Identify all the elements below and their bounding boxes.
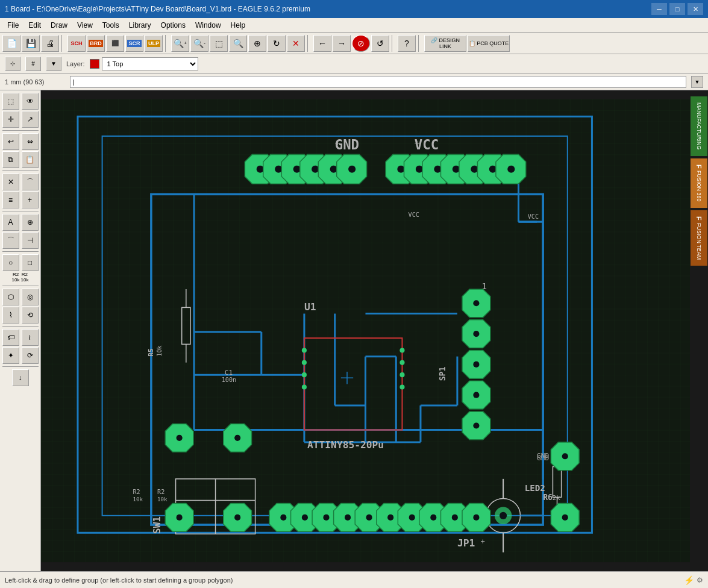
zoom-out-button[interactable]: 🔍- (190, 35, 208, 52)
stop-button[interactable]: ⊘ (352, 35, 370, 52)
pcb-canvas[interactable]: GND + VCC + GND VCC VCC (41, 90, 690, 571)
wire-button[interactable]: ⌒ (22, 174, 39, 190)
mirror-button[interactable]: ⇔ (22, 133, 39, 150)
svg-point-69 (399, 384, 404, 389)
svg-point-114 (177, 435, 183, 441)
undo-tool-button[interactable]: ↩ (2, 133, 19, 150)
save-button[interactable]: 💾 (22, 35, 40, 52)
svg-point-67 (399, 360, 404, 365)
u1-label: U1 (304, 301, 316, 313)
3d-button[interactable]: ⬛ (106, 35, 124, 52)
ulp-button[interactable]: ULP (145, 35, 163, 52)
menu-view[interactable]: View (72, 20, 98, 31)
layer-label: Layer: (66, 60, 85, 67)
menu-draw[interactable]: Draw (46, 20, 72, 31)
lt-sep-5 (2, 286, 39, 286)
arc-button[interactable]: ⌒ (2, 232, 19, 249)
zoom-custom-button[interactable]: 🔍 (229, 35, 247, 52)
main-area: ⬚ 👁 ✛ ↗ ↩ ⇔ ⧉ 📋 ✕ ⌒ ≡ + A ⊕ ⌒ (0, 90, 708, 571)
coordinate-display: 1 mm (90 63) (5, 78, 65, 86)
lt-row-12: 🏷 ≀ (2, 329, 39, 346)
r2-right-label: R2 (157, 489, 164, 495)
fusion-team-icon: F (695, 216, 703, 220)
menu-help[interactable]: Help (226, 20, 251, 31)
design-link-button[interactable]: 🔗 DESIGN LINK (424, 35, 466, 52)
refresh-button[interactable]: ↻ (268, 35, 286, 52)
menu-library[interactable]: Library (124, 20, 156, 31)
ripup-button[interactable]: ⟲ (22, 307, 39, 324)
coord-dropdown-btn[interactable]: ▼ (691, 76, 703, 88)
brd-button[interactable]: BRD (87, 35, 105, 52)
pcb-quote-button[interactable]: 📋 PCB QUOTE (468, 35, 510, 52)
rotate-tool-button[interactable]: ↗ (22, 111, 39, 128)
fusion-team-panel[interactable]: F FUSION TEAM (691, 210, 707, 266)
svg-point-23 (453, 166, 460, 173)
circle-tool-button[interactable]: ○ (2, 254, 19, 271)
svg-point-122 (562, 453, 568, 459)
scroll-down-button[interactable]: ↓ (12, 369, 29, 386)
layer-dropdown[interactable]: 1 Top 2 Bottom 16 Bottom 17 Pads 18 Vias (102, 57, 198, 70)
maximize-button[interactable]: □ (669, 3, 685, 15)
status-icons: ⚡ ⚙ (684, 575, 703, 585)
zoom-fit-button[interactable]: ⬚ (210, 35, 228, 52)
menu-tools[interactable]: Tools (98, 20, 124, 31)
redo-button[interactable]: → (333, 35, 351, 52)
show-info-button[interactable]: 👁 (22, 93, 39, 110)
name-button[interactable]: 🏷 (2, 329, 19, 346)
zoom-in-button[interactable]: 🔍+ (171, 35, 189, 52)
canvas-area[interactable]: GND + VCC + GND VCC VCC (41, 90, 690, 571)
reload-button[interactable]: ↺ (371, 35, 389, 52)
svg-point-63 (302, 360, 307, 365)
command-input[interactable] (70, 76, 686, 88)
smash-button[interactable]: ✦ (2, 347, 19, 364)
optimize-button[interactable]: ⟳ (22, 347, 39, 364)
delete-tool-button[interactable]: ✕ (2, 174, 19, 190)
fusion360-panel[interactable]: F FUSION 360 (691, 158, 707, 208)
select-group-button[interactable]: ⬚ (2, 93, 19, 110)
menu-options[interactable]: Options (156, 20, 190, 31)
title-bar: 1 Board - E:\OneDrive\Eagle\Projects\ATT… (0, 0, 708, 18)
paste-tool-button[interactable]: 📋 (22, 151, 39, 168)
menu-edit[interactable]: Edit (23, 20, 46, 31)
rect-tool-button[interactable]: □ (22, 254, 39, 271)
ratsnest-button[interactable]: ✕ (287, 35, 305, 52)
lt-sep-4 (2, 251, 39, 252)
separator-2 (165, 35, 169, 52)
copy-tool-button[interactable]: ⧉ (2, 151, 19, 168)
sw1-label: SW1 (151, 516, 163, 534)
svg-point-120 (234, 514, 240, 521)
new-button[interactable]: 📄 (2, 35, 20, 52)
manufacturing-panel[interactable]: MANUFACTURING (691, 96, 707, 156)
route-button[interactable]: ⌇ (2, 307, 19, 324)
help-button[interactable]: ? (398, 35, 416, 52)
move-button[interactable]: ✛ (2, 111, 19, 128)
text-tool-button[interactable]: A (2, 214, 19, 231)
close-button[interactable]: ✕ (688, 3, 703, 15)
polygon-button[interactable]: ⬡ (2, 289, 19, 305)
zoom-in2-button[interactable]: ⊕ (248, 35, 266, 52)
via-button[interactable]: ◎ (22, 289, 39, 305)
grid-button[interactable]: # (25, 57, 41, 71)
menu-window[interactable]: Window (190, 20, 226, 31)
svg-point-79 (473, 392, 479, 398)
lt-row-9: ○ □ (2, 254, 39, 271)
junction-button[interactable]: ⊕ (22, 214, 39, 231)
print-button[interactable]: 🖨 (41, 35, 59, 52)
value-button[interactable]: ≀ (22, 329, 39, 346)
add-part-button[interactable]: + (22, 192, 39, 208)
filter-button[interactable]: ▼ (46, 57, 61, 71)
lightning-icon: ⚡ (684, 575, 694, 585)
menu-file[interactable]: File (2, 20, 23, 31)
split-button[interactable]: ⊣ (22, 232, 39, 249)
minimize-button[interactable]: ─ (651, 3, 667, 15)
lt-sep-1 (2, 130, 39, 131)
header-pads-left (245, 154, 366, 184)
svg-point-62 (302, 348, 307, 352)
snap-button[interactable]: ⊹ (5, 57, 20, 71)
drc-button[interactable]: SCH (67, 35, 86, 52)
svg-point-21 (434, 166, 441, 173)
scr-button[interactable]: SCR (125, 35, 143, 52)
bus-button[interactable]: ≡ (2, 192, 19, 208)
status-bar: Left-click & drag to define group (or le… (0, 571, 708, 588)
undo-button[interactable]: ← (313, 35, 331, 52)
